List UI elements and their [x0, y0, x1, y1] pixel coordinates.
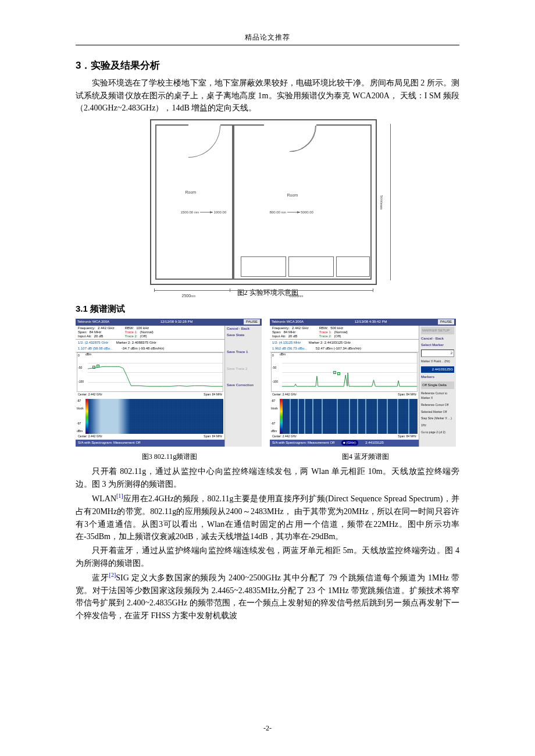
section-3-title: 3．实验及结果分析 — [76, 58, 459, 73]
fig4-meta: Frequency:2.442 GHz Span:84 MHz Input At… — [270, 326, 419, 340]
svg-marker-1 — [210, 211, 213, 213]
fig4-marker-info: 1/2: (4.13125 MHz Marker 2: 2.44103125 G… — [270, 340, 419, 352]
side-ref-to-mx[interactable]: Reference Cursor to Marker X — [421, 391, 454, 401]
side-markers: Markers — [421, 375, 454, 379]
figure-3-spectrum-80211g: Tektronix WCA 200A 12/12/08 9:32:28 PM P… — [76, 319, 262, 447]
side-save-trace1[interactable]: Save Trace 1 — [227, 350, 260, 354]
side-sel-off[interactable]: Selected Marker Off — [421, 410, 454, 415]
page-number: -2- — [0, 723, 535, 734]
fig4-side-menu: MARKER SETUP Cancel · Back Select Marker… — [419, 326, 456, 447]
side-goto-page2[interactable]: Go to page 2 (of 2) — [421, 430, 454, 435]
dim-right-total: 5000mm — [387, 119, 394, 285]
fig4-plot-footer: Center: 2.442 GHzSpan: 84 MHz — [270, 392, 419, 398]
figure-4-caption: 图4 蓝牙频谱图 — [272, 451, 459, 462]
fig4-statusbar: S/A with Spectrogram: Measurement Off ■ … — [270, 440, 419, 447]
side-step-v: 1Hz — [421, 423, 454, 428]
room-right-label: Room — [287, 192, 298, 199]
figure-2-floorplan: Room Room 1500.00 mm 1000.00 800.00 mm 5… — [150, 119, 386, 285]
page-header: 精品论文推荐 — [76, 32, 459, 43]
side-header: MARKER SETUP — [421, 327, 454, 334]
para-after-fig-2: WLAN[1]应用在2.4GHz的频段，802.11g主要是使用直接序列扩频(D… — [76, 491, 459, 543]
dim-bottom: 2500mm 6000mm — [150, 286, 386, 301]
fig3-titlebar: Tektronix WCA 200A 12/12/08 9:32:28 PM P… — [76, 319, 262, 326]
ref-1[interactable]: [1] — [116, 493, 123, 499]
dim-left-desk: 1500.00 mm 1000.00 — [181, 210, 227, 215]
fig4-titlebar: Tektronix WCA 200A 12/13/08 4:39:42 PM P… — [270, 319, 456, 326]
section-3-intro: 实验环境选在了学校主楼地下室，地下室屏蔽效果较好，电磁环境比较干净。房间布局见图… — [76, 77, 459, 115]
pause-badge: PAUSE — [244, 319, 260, 324]
fig3-spectrogram: -87block -97dBm — [77, 399, 223, 434]
side-markers-mode[interactable]: Off Single Delta — [421, 381, 454, 389]
side-cancel[interactable]: Cancel · Back — [421, 337, 454, 341]
side-save-state[interactable]: Save State — [227, 333, 260, 337]
fig4-plot: dBm 0 -50 -100 1 2 — [271, 352, 418, 392]
room-left-label: Room — [186, 190, 197, 196]
para-after-fig-3: 只开着蓝牙，通过从监护终端向监控终端连续发包，两蓝牙单元相距 5m。天线放监控终… — [76, 544, 459, 569]
fig3-side-menu: Cancel · Back Save State Save Trace 1 Sa… — [224, 326, 262, 447]
side-marker-xval[interactable]: 2.44103125G — [421, 366, 454, 373]
side-cancel[interactable]: Cancel · Back — [227, 327, 260, 331]
fig3-plot-footer: Center: 2.442 GHzSpan: 84 MHz — [76, 392, 224, 398]
pause-badge: PAUSE — [438, 319, 454, 324]
fig3-spgram-footer: Center: 2.442 GHzSpan: 84 MHz — [76, 434, 224, 440]
para-after-fig-4: 蓝牙[2]SIG 定义大多数国家的频段为 2400~2500GHz 其中分配了 … — [76, 570, 459, 622]
fig4-spgram-footer: Center: 2.442 GHzSpan: 84 MHz — [270, 434, 419, 440]
side-save-trace2: Save Trace 2 — [227, 367, 260, 371]
side-ref-off[interactable]: Reference Cursor Off — [421, 403, 454, 408]
side-save-correction[interactable]: Save Correction — [227, 383, 260, 387]
header-rule — [76, 45, 459, 45]
fig3-meta: Frequency:2.442 GHz Span:84 MHz Input At… — [76, 326, 224, 340]
fig3-statusbar: S/A with Spectrogram: Measurement Off — [76, 440, 224, 447]
ref-2[interactable]: [2] — [109, 572, 116, 578]
para-after-fig-1: 只开着 802.11g，通过从监控中心向监控终端连续发包，两 Wlan 单元相距… — [76, 465, 459, 490]
figure-4-spectrum-bluetooth: Tektronix WCA 200A 12/13/08 4:39:42 PM P… — [270, 319, 456, 447]
side-marker-xpos: Marker X Positi… (Hz) — [421, 359, 454, 364]
side-select-marker[interactable]: Select Marker — [421, 343, 454, 347]
svg-marker-3 — [297, 211, 300, 213]
dim-right-desk: 800.00 mm 5000.00 — [270, 210, 313, 215]
fig4-spectrogram: -87block -97dBm — [271, 399, 418, 434]
side-marker-num[interactable]: 2 — [421, 350, 454, 357]
fig3-plot: dBm 0 -50 -100 1 2 — [77, 352, 223, 392]
figure-3-caption: 图3 802.11g频谱图 — [76, 451, 263, 462]
side-step: Step Size (Marker X …) — [421, 416, 454, 421]
spectrum-figures: Tektronix WCA 200A 12/12/08 9:32:28 PM P… — [76, 319, 459, 447]
fig3-marker-info: 1/2: (2.432875 GHz Marker 2: 2.4088375 G… — [76, 340, 224, 352]
section-3-1-title: 3.1 频谱测试 — [76, 302, 459, 315]
